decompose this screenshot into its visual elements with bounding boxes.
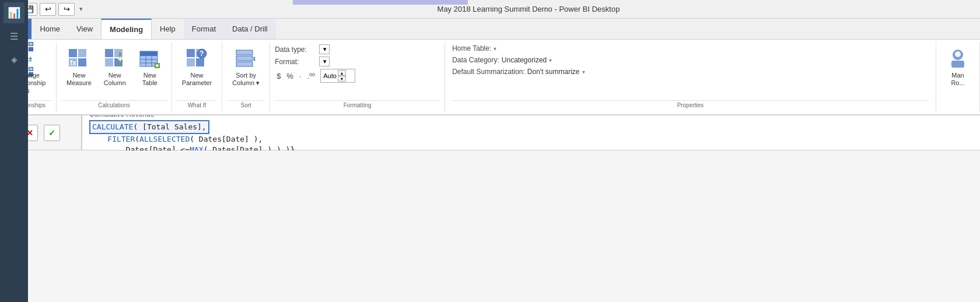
confirm-icon: ✓ [48,128,55,138]
formula-editor[interactable]: Cumulative Revenue = CALCULATE( [Total S… [82,115,980,150]
svg-rect-13 [140,51,158,56]
new-table-button[interactable]: NewTable [133,44,167,90]
formula-line-2: FILTER( ALLSELECTED( Dates[Date] ), [89,134,973,145]
calculations-group-label: Calculations [61,100,167,110]
menu-format[interactable]: Format [184,19,224,39]
new-parameter-icon: ? [185,47,208,71]
svg-rect-28 [236,56,253,61]
calculate-keyword: CALCULATE [92,122,133,131]
ribbon-group-whatif-content: ? NewParameter [177,44,217,99]
data-type-label: Data type: [275,45,316,54]
data-type-arrow: ▾ [323,45,327,53]
menu-view[interactable]: View [68,19,101,39]
dot-symbol[interactable]: · [298,71,303,81]
decimal-symbol[interactable]: .⁰⁰ [306,71,317,81]
new-column-button[interactable]: NewColumn [98,44,132,90]
currency-symbol[interactable]: $ [275,71,282,81]
formula-bar: ✕ ✓ Cumulative Revenue = CALCULATE( [Tot… [0,115,980,150]
ribbon-group-whatif: ? NewParameter What If [172,42,222,112]
ribbon-group-roles: ManRo... [936,42,980,112]
percent-symbol[interactable]: % [285,71,295,81]
menu-modeling[interactable]: Modeling [101,19,152,39]
ribbon-group-formatting: Data type: ▾ Format: ▾ [270,42,445,112]
formatting-rows: Data type: ▾ Format: ▾ [275,44,440,99]
visual-tools-label: Visual tools [293,0,468,5]
menu-help[interactable]: Help [152,19,184,39]
toolbar-buttons: 💾 ↩ ↪ ▾ [21,3,83,16]
home-table-row: Home Table: ▾ [452,44,929,52]
svg-marker-31 [253,58,256,61]
formatting-group-label: Formatting [275,100,440,110]
new-parameter-button[interactable]: ? NewParameter [177,44,217,90]
home-table-arrow[interactable]: ▾ [494,45,496,52]
manage-roles-button[interactable]: ManRo... [941,44,975,90]
sort-group-label: Sort [227,100,265,110]
data-category-value: Uncategorized [502,56,547,64]
data-category-row: Data Category: Uncategorized ▾ [452,56,929,64]
format-label: Format: [275,58,316,66]
menu-home[interactable]: Home [32,19,68,39]
whatif-group-label: What If [177,100,217,110]
ribbon-group-properties: Home Table: ▾ Data Category: Uncategoriz… [445,42,936,112]
format-dropdown[interactable]: ▾ [319,57,330,66]
title-bar: PBI 💾 ↩ ↪ ▾ Visual tools May 2018 Learni… [0,0,980,19]
svg-rect-27 [236,50,253,55]
default-summarization-label: Default Summarization: [452,68,525,76]
menu-datadrill[interactable]: Data / Drill [224,19,276,39]
new-column-label: NewColumn [104,72,126,87]
svg-point-33 [955,51,961,57]
spin-up-button[interactable]: ▴ [338,70,346,76]
svg-rect-21 [187,49,195,57]
redo-button[interactable]: ↪ [58,3,75,16]
svg-rect-5 [105,49,113,57]
svg-rect-0 [69,49,77,57]
main-content [28,150,980,302]
svg-rect-1 [78,49,86,57]
format-symbols: $ % · .⁰⁰ [275,71,317,81]
new-parameter-label: NewParameter [182,72,212,87]
formula-line-1: CALCULATE( [Total Sales], [89,120,973,134]
spin-buttons: ▴ ▾ [338,70,346,82]
new-measure-button[interactable]: fx NewMeasure [61,44,97,90]
svg-rect-3 [78,58,86,66]
ribbon: ⇄ ManageRelationships Relationships [0,40,980,115]
symbols-row: $ % · .⁰⁰ Auto ▴ ▾ [275,69,440,83]
ribbon-group-calculations-content: fx NewMeasure [61,44,167,99]
data-type-row: Data type: ▾ [275,44,440,54]
sort-by-column-button[interactable]: Sort byColumn ▾ [227,44,265,90]
sort-by-column-label: Sort byColumn ▾ [232,72,260,87]
ribbon-group-roles-content: ManRo... [941,44,975,110]
formula-highlight: CALCULATE( [Total Sales], [89,120,209,134]
home-table-label: Home Table: [452,44,491,52]
properties-rows: Home Table: ▾ Data Category: Uncategoriz… [452,44,929,99]
format-row: Format: ▾ [275,57,440,66]
svg-rect-24 [196,58,204,66]
svg-text:?: ? [200,50,204,58]
data-category-label: Data Category: [452,56,499,64]
undo-button[interactable]: ↩ [40,3,56,16]
default-summarization-row: Default Summarization: Don't summarize ▾ [452,68,929,76]
svg-rect-34 [951,61,964,68]
svg-rect-29 [236,62,253,66]
manage-roles-label: ManRo... [951,72,964,87]
formula-confirm-button[interactable]: ✓ [44,125,60,141]
svg-text:fx: fx [70,59,76,67]
data-type-dropdown[interactable]: ▾ [319,44,330,54]
default-summarization-arrow[interactable]: ▾ [582,69,585,75]
ribbon-group-sort: Sort byColumn ▾ Sort [222,42,270,112]
ribbon-group-sort-content: Sort byColumn ▾ [227,44,265,99]
sort-by-column-icon [235,47,258,71]
new-measure-label: NewMeasure [66,72,92,87]
new-table-icon [138,47,162,71]
ribbon-group-calculations: fx NewMeasure [57,42,172,112]
new-column-icon [103,47,127,71]
manage-roles-icon [946,47,970,71]
data-category-arrow[interactable]: ▾ [549,57,552,64]
spin-down-button[interactable]: ▾ [338,76,346,82]
default-summarization-value: Don't summarize [527,68,580,76]
properties-group-label: Properties [452,100,929,110]
auto-box: Auto ▴ ▾ [320,69,355,83]
svg-rect-23 [187,58,195,66]
left-sidebar: 📊 ☰ ◈ [0,115,28,302]
menu-bar: File Home View Modeling Help Format Data… [0,19,980,40]
